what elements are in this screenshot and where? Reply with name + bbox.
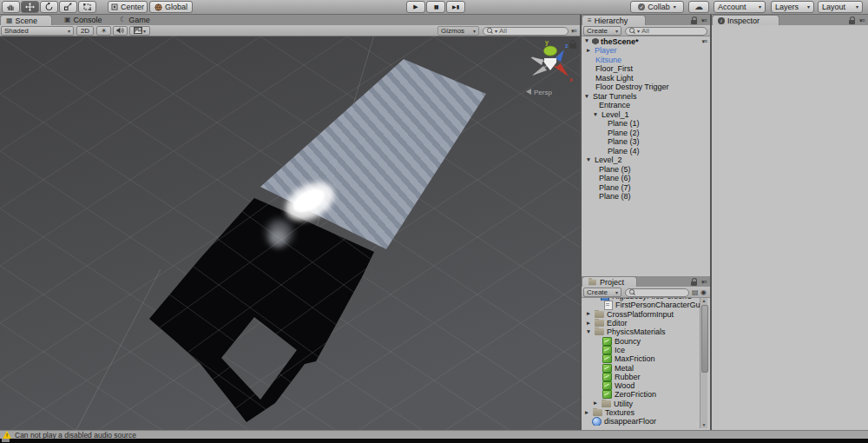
hierarchy-item-plane-5[interactable]: Plane (5) <box>582 165 710 175</box>
sun-icon: ☀ <box>101 27 107 35</box>
project-item-maxfriction[interactable]: MaxFriction <box>582 354 700 363</box>
project-item-textures[interactable]: ►Textures <box>582 408 700 417</box>
project-item-ice[interactable]: Ice <box>582 346 700 354</box>
lock-icon[interactable] <box>849 17 856 24</box>
hierarchy-tab-label: Hierarchy <box>595 17 628 25</box>
cloud-services-button[interactable]: ☁ <box>688 1 709 13</box>
hierarchy-item-floor-destroy-trigger[interactable]: Floor Destroy Trigger <box>582 83 710 92</box>
physic-material-icon <box>602 364 612 373</box>
tab-console[interactable]: ▣ Console <box>61 15 106 25</box>
asset-label: Editor <box>607 319 628 327</box>
gizmo-axis-y[interactable] <box>544 46 557 56</box>
project-search-input[interactable] <box>625 288 689 297</box>
tab-hierarchy[interactable]: ≡ Hierarchy <box>582 15 646 25</box>
search-by-label-icon[interactable]: ◉ <box>700 288 707 296</box>
project-item-bouncy[interactable]: Bouncy <box>582 336 700 345</box>
hierarchy-item-star-tunnels[interactable]: ▼Star Tunnels <box>582 92 710 102</box>
project-item-editor[interactable]: ►Editor <box>582 319 700 327</box>
hierarchy-create-dropdown[interactable]: Create ▾ <box>583 26 621 36</box>
hierarchy-item-plane-2[interactable]: Plane (2) <box>582 129 710 138</box>
pause-button[interactable]: ▮▮ <box>426 1 445 13</box>
project-item-crossplatforminput[interactable]: ►CrossPlatformInput <box>582 310 700 319</box>
project-item-zerofriction[interactable]: ZeroFriction <box>582 390 700 399</box>
account-button[interactable]: Account ▾ <box>713 1 766 13</box>
scrollbar-thumb[interactable] <box>701 305 708 373</box>
scene-header-row[interactable]: ▼ theScene* ▾≡ <box>582 36 710 46</box>
tab-inspector[interactable]: i Inspector <box>712 15 779 25</box>
project-item-metal[interactable]: Metal <box>582 363 700 372</box>
foldout-open-icon[interactable]: ▼ <box>592 112 599 118</box>
lock-icon[interactable] <box>691 17 698 24</box>
pivot-center-button[interactable]: Center <box>108 1 148 13</box>
rotate-tool-button[interactable] <box>40 1 58 13</box>
rect-tool-button[interactable] <box>78 1 96 13</box>
tab-scene[interactable]: ▦ Scene <box>0 15 52 25</box>
project-item-physicsmaterials[interactable]: ▼PhysicsMaterials <box>582 327 700 336</box>
hierarchy-item-floor-first[interactable]: Floor_First <box>582 64 710 74</box>
scene-viewport[interactable]: y z x Persp <box>0 36 580 430</box>
project-item-firstpersoncharactergui[interactable]: FirstPersonCharacterGui <box>582 301 700 309</box>
foldout-closed-icon[interactable]: ► <box>592 400 599 407</box>
search-by-type-icon[interactable]: ▤ <box>692 288 699 296</box>
scene-search-input[interactable]: ▾ All <box>483 27 569 36</box>
foldout-open-icon[interactable]: ▼ <box>583 94 590 100</box>
object-label: Player <box>595 46 617 55</box>
layers-button[interactable]: Layers ▾ <box>771 1 814 13</box>
scene-menu-icon[interactable]: ▾≡ <box>701 38 707 44</box>
global-space-button[interactable]: Global <box>149 1 193 13</box>
scene-effects-dropdown[interactable]: ▾ <box>129 26 150 36</box>
foldout-closed-icon[interactable]: ► <box>585 48 592 54</box>
hand-tool-button[interactable] <box>2 1 20 13</box>
step-button[interactable]: ▶▮ <box>446 1 465 13</box>
tab-project[interactable]: Project <box>582 276 637 287</box>
hierarchy-item-player[interactable]: ►Player <box>582 46 710 56</box>
hierarchy-item-level-2[interactable]: ▼Level_2 <box>582 155 710 165</box>
hierarchy-item-plane-3[interactable]: Plane (3) <box>582 137 710 147</box>
panel-menu-icon[interactable]: ▾≡ <box>571 28 576 34</box>
project-create-dropdown[interactable]: Create ▾ <box>583 288 621 297</box>
scale-tool-button[interactable] <box>59 1 77 13</box>
panel-menu-icon[interactable]: ▾≡ <box>859 17 865 23</box>
hierarchy-item-kitsune[interactable]: Kitsune <box>582 56 710 65</box>
foldout-closed-icon[interactable]: ► <box>585 321 592 327</box>
hierarchy-item-plane-6[interactable]: Plane (6) <box>582 174 710 183</box>
hierarchy-item-plane-8[interactable]: Plane (8) <box>582 192 710 202</box>
hierarchy-item-mask-light[interactable]: Mask Light <box>582 74 710 83</box>
shading-mode-dropdown[interactable]: Shaded ▾ <box>1 26 74 36</box>
project-item-utility[interactable]: ►Utility <box>582 400 700 408</box>
panel-menu-icon[interactable]: ▾≡ <box>701 17 707 23</box>
hierarchy-item-level-1[interactable]: ▼Level_1 <box>582 110 710 120</box>
scroll-up-icon[interactable]: ▲ <box>700 298 707 304</box>
foldout-open-icon[interactable]: ▼ <box>585 157 592 163</box>
foldout-open-icon[interactable]: ▼ <box>585 329 592 335</box>
foldout-closed-icon[interactable]: ► <box>585 311 592 317</box>
panel-menu-icon[interactable]: ▾≡ <box>701 279 707 285</box>
foldout-open-icon[interactable]: ▼ <box>583 38 590 44</box>
project-item-disappearfloor[interactable]: disappearFloor <box>582 417 700 426</box>
scroll-down-icon[interactable]: ▼ <box>700 422 707 428</box>
hierarchy-item-plane-4[interactable]: Plane (4) <box>582 147 710 156</box>
layout-button[interactable]: Layout ▾ <box>818 1 863 13</box>
project-item-rubber[interactable]: Rubber <box>582 373 700 381</box>
scene-audio-toggle[interactable] <box>113 26 128 36</box>
tab-game[interactable]: ☾ Game <box>116 15 154 25</box>
play-button[interactable]: ▶ <box>406 1 425 13</box>
resize-grip[interactable] <box>2 439 10 442</box>
lock-icon[interactable] <box>691 278 698 286</box>
hierarchy-item-plane-1[interactable]: Plane (1) <box>582 119 710 129</box>
project-item-wood[interactable]: Wood <box>582 381 700 390</box>
scene-lighting-toggle[interactable]: ☀ <box>96 26 111 36</box>
chevron-down-icon: ▾ <box>495 28 497 34</box>
object-label: Plane (6) <box>599 174 631 182</box>
hierarchy-item-entrance[interactable]: Entrance <box>582 101 710 110</box>
collab-button[interactable]: ✓ Collab ▾ <box>630 1 684 13</box>
gizmos-dropdown[interactable]: Gizmos ▾ <box>437 26 479 36</box>
hierarchy-item-plane-7[interactable]: Plane (7) <box>582 183 710 193</box>
foldout-closed-icon[interactable]: ► <box>583 410 590 416</box>
2d-toggle-button[interactable]: 2D <box>76 26 94 36</box>
project-scrollbar[interactable]: ▲ ▼ <box>700 298 707 428</box>
move-tool-button[interactable] <box>21 1 39 13</box>
axis-x-label: x <box>569 76 573 83</box>
hierarchy-search-input[interactable]: ▾ All <box>625 27 707 36</box>
status-bar[interactable]: ! Can not play a disabled audio source <box>0 430 868 439</box>
